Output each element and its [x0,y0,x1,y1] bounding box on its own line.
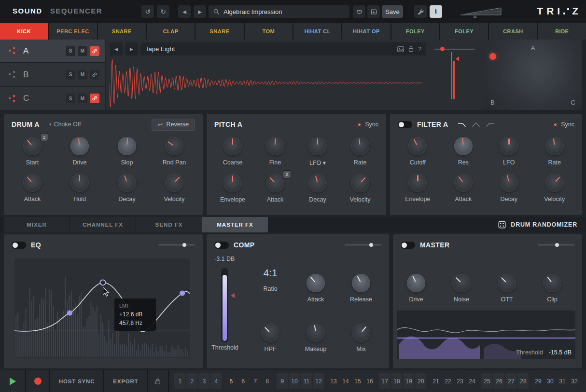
knob[interactable]: Fine [254,137,296,166]
settings-button[interactable] [414,5,427,18]
layer-row[interactable]: A S M [0,40,105,63]
help-icon[interactable]: ? [418,46,421,53]
bandpass-icon[interactable] [471,121,481,128]
master-toggle[interactable] [401,242,415,249]
prev-preset-button[interactable]: ◀ [178,5,191,18]
knob[interactable]: Coarse [211,137,254,166]
knob[interactable]: Res [441,137,487,166]
knob-dial[interactable] [118,137,136,155]
comp-toggle[interactable] [214,242,229,249]
comp-mix-slider[interactable] [345,242,381,248]
choke-dropdown[interactable]: ▾ Choke Off [49,121,81,128]
master-threshold-line[interactable] [397,338,575,338]
knob[interactable]: Envelope [395,174,441,203]
knob[interactable]: Makeup [297,324,334,352]
knob[interactable]: Cutoff [395,137,441,166]
solo-button[interactable]: S [66,94,75,103]
knob[interactable]: Noise [443,274,480,303]
pitch-sync-toggle[interactable]: Sync [357,121,378,128]
layer-row[interactable]: B S M [0,63,105,87]
knob-dial[interactable] [545,137,564,155]
pad-tab[interactable]: PERC ELEC [49,23,98,40]
step-button[interactable]: 13 [328,373,339,389]
pad-tab[interactable]: CRASH [489,23,538,40]
knob[interactable]: LFO [486,137,532,166]
knob-dial[interactable] [308,174,327,192]
step-button[interactable]: 27 [505,373,516,389]
ratio-value[interactable]: 4:1 [255,267,286,279]
knob-dial[interactable] [261,324,279,342]
step-button[interactable]: 28 [517,373,529,389]
image-icon[interactable] [397,46,404,52]
knob-dial[interactable] [454,174,473,192]
knob-dial[interactable] [452,274,471,292]
step-button[interactable]: 2 [186,373,197,389]
knob-dial[interactable] [223,174,242,192]
knob-dial[interactable] [351,174,369,192]
eq-toggle[interactable] [12,242,26,249]
slider-handle[interactable] [369,243,373,247]
knob-dial[interactable] [545,174,564,192]
favorite-button[interactable] [353,5,365,18]
knob-dial[interactable] [70,174,89,192]
fx-tab[interactable]: MASTER FX [202,217,268,232]
step-button[interactable]: 4 [210,373,222,389]
step-button[interactable]: 17 [379,373,390,389]
undo-button[interactable]: ↺ [141,5,154,18]
knob-dial[interactable] [408,174,427,192]
step-button[interactable]: 6 [237,373,249,389]
knob[interactable]: Drive [56,137,103,166]
drum-randomizer-button[interactable]: DRUM RANDOMIZER [498,217,577,232]
layer-row[interactable]: C S M [0,87,105,110]
pad-tab[interactable]: RIDE [538,23,586,40]
knob-dial[interactable] [266,137,284,155]
knob[interactable]: Rnd Pan [151,137,198,166]
eq-band-handle[interactable] [67,311,72,316]
knob[interactable]: Rate [532,137,578,166]
knob[interactable]: Mix [343,324,379,352]
threshold-slider[interactable] [221,268,228,342]
eq-band-handle[interactable] [180,291,185,296]
step-button[interactable]: 8 [262,373,273,389]
meter-marker-icon[interactable] [456,56,459,61]
knob-dial[interactable] [408,137,427,155]
knob-dial[interactable] [498,274,516,292]
mute-button[interactable]: M [78,94,87,103]
knob[interactable]: LFO ▾ [296,137,339,166]
slider-handle[interactable] [555,243,559,247]
fx-tab[interactable]: SEND FX [136,217,202,232]
knob[interactable]: 1 Start [9,137,56,166]
step-button[interactable]: 32 [569,373,580,389]
tab-sound[interactable]: SOUND [13,7,42,15]
play-button[interactable] [0,370,26,392]
knob[interactable]: Slop [103,137,151,166]
host-sync-button[interactable]: HOST SYNC [50,370,104,392]
pad-tab[interactable]: KICK [0,23,49,40]
redo-button[interactable]: ↻ [157,5,169,18]
knob-dial[interactable] [23,174,42,192]
knob-dial[interactable] [407,274,425,292]
pan-handle[interactable] [440,47,445,51]
step-button[interactable]: 1 [174,373,185,389]
knob-dial[interactable]: 2 [266,174,284,192]
knob-dial[interactable] [543,274,561,292]
pad-tab[interactable]: CLAP [147,23,195,40]
step-button[interactable]: 22 [442,373,453,389]
mute-button[interactable]: M [78,70,87,80]
xy-handle[interactable] [489,53,496,60]
save-to-bank-button[interactable] [367,5,380,18]
link-button[interactable] [90,94,99,103]
step-button[interactable]: 14 [340,373,351,389]
link-button[interactable] [90,46,99,56]
record-button[interactable] [26,370,50,392]
step-button[interactable]: 11 [301,373,312,389]
xy-morph-pad[interactable]: A B C [484,40,582,110]
knob[interactable]: Attack [297,274,334,303]
pad-tab[interactable]: SNARE [98,23,147,40]
step-button[interactable]: 21 [430,373,441,389]
step-button[interactable]: 26 [493,373,504,389]
knob-dial[interactable] [307,324,325,342]
step-button[interactable]: 7 [250,373,261,389]
knob[interactable]: Hold [56,174,103,203]
lock-button[interactable] [148,370,169,392]
